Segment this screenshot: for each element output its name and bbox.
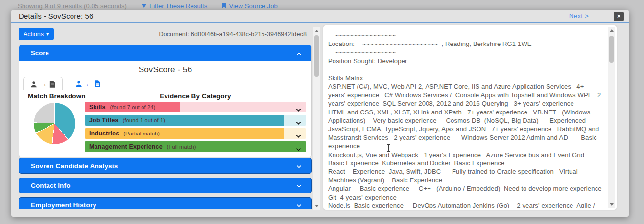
evidence-row-text: Skills(found 7 out of 24) bbox=[89, 102, 155, 112]
section-employment-history[interactable]: Employment History bbox=[19, 197, 312, 209]
left-panel-scrollbar[interactable] bbox=[313, 27, 320, 210]
evidence-category-label: Skills bbox=[89, 104, 106, 111]
filter-results-link[interactable]: Filter These Results bbox=[142, 2, 207, 10]
evidence-category-detail: (found 7 out of 24) bbox=[110, 104, 156, 110]
modal-header: Details - SovScore: 56 Next > × bbox=[11, 10, 629, 23]
section-contact-info[interactable]: Contact Info bbox=[19, 178, 312, 193]
view-source-job-label: View Source Job bbox=[229, 2, 278, 10]
next-button[interactable]: Next > bbox=[569, 12, 589, 20]
filter-results-label: Filter These Results bbox=[149, 2, 207, 10]
document-text-line: Node.js Basic experience DevOps Automati… bbox=[328, 202, 602, 208]
document-text-line: Git 4 years' experience bbox=[328, 193, 602, 202]
person-icon bbox=[75, 80, 82, 87]
tab-job-to-candidate[interactable]: ← bbox=[69, 77, 107, 90]
document-text-line: JavaScript, ECMA, TypeScript, Jquery, Aj… bbox=[328, 125, 602, 150]
person-icon bbox=[30, 81, 37, 88]
results-summary-bar: Showing 9 of 9 results (0.05 seconds) Fi… bbox=[18, 2, 278, 10]
modal-title: Details - SovScore: 56 bbox=[19, 12, 94, 20]
evidence-row-text: Industries(Partial match) bbox=[89, 128, 160, 139]
evidence-category-label: Industries bbox=[89, 130, 119, 137]
left-toolbar: Actions ▾ Document: 6d00f46b-a194-438c-b… bbox=[19, 28, 312, 40]
sovscore-title: SovScore - 56 bbox=[19, 65, 311, 75]
evidence-category-label: Job Titles bbox=[89, 117, 119, 124]
scrollbar-thumb[interactable] bbox=[609, 36, 614, 63]
chevron-down-icon[interactable] bbox=[297, 118, 300, 126]
evidence-row-text: Job Titles(found 1 out of 1) bbox=[89, 115, 165, 126]
scroll-down-icon[interactable] bbox=[610, 203, 614, 206]
bookmark-icon bbox=[222, 3, 226, 9]
document-text-line: Knockout.js, Vue and Webpack 1 year's Ex… bbox=[328, 151, 602, 168]
evidence-row-text: Management Experience(Full match) bbox=[89, 141, 196, 152]
document-text-line bbox=[328, 66, 602, 74]
scroll-up-icon[interactable] bbox=[610, 29, 614, 32]
chevron-up-icon bbox=[297, 49, 301, 57]
evidence-row-industries[interactable]: Industries(Partial match) bbox=[85, 128, 306, 139]
chevron-down-icon[interactable] bbox=[297, 144, 300, 152]
resume-document-panel: ~~~~~~~~~~~~~~~~Location: ~~~~~~~~~~~~~~… bbox=[323, 25, 617, 210]
document-text-line: React Experience Java, Swift, JDBC Fully… bbox=[328, 167, 602, 184]
document-text-line: ASP.NET (C#), MVC, Web API 2, ASP.NET Co… bbox=[328, 82, 602, 108]
section-label: Employment History bbox=[31, 202, 96, 209]
left-panel: Score SovScore - 56 → ← Match Breakdown … bbox=[19, 45, 312, 209]
evidence-category-detail: (Partial match) bbox=[123, 131, 160, 136]
resume-scrollbar[interactable] bbox=[608, 27, 615, 208]
score-tabs: → ← bbox=[23, 77, 107, 90]
scroll-up-icon[interactable] bbox=[315, 30, 319, 32]
chevron-down-icon bbox=[297, 182, 301, 189]
arrow-left-icon: ← bbox=[85, 80, 92, 88]
chevron-down-icon[interactable] bbox=[297, 131, 300, 139]
text-cursor bbox=[386, 144, 391, 152]
resume-text[interactable]: ~~~~~~~~~~~~~~~~Location: ~~~~~~~~~~~~~~… bbox=[328, 31, 602, 208]
document-text-line: Location: ~~~~~~~~~~~~~~~~~~~~ , Reading… bbox=[328, 40, 602, 48]
evidence-row-skills[interactable]: Skills(found 7 out of 24) bbox=[85, 102, 306, 112]
evidence-category-list: Skills(found 7 out of 24)Job Titles(foun… bbox=[85, 102, 306, 152]
match-breakdown-label: Match Breakdown bbox=[28, 92, 86, 100]
evidence-row-management-experience[interactable]: Management Experience(Full match) bbox=[85, 141, 306, 152]
chevron-down-icon bbox=[297, 162, 301, 170]
actions-dropdown-button[interactable]: Actions ▾ bbox=[19, 28, 54, 40]
evidence-by-category-label: Evidence By Category bbox=[85, 92, 306, 100]
section-label: Contact Info bbox=[31, 182, 71, 189]
section-sovren-candidate-analysis[interactable]: Sovren Candidate Analysis bbox=[19, 158, 312, 174]
evidence-category-detail: (found 1 out of 1) bbox=[123, 117, 165, 123]
document-text-line: Angular Basic experience C++ (Arduino / … bbox=[328, 184, 602, 193]
document-text-line: Position Sought: Developer bbox=[328, 57, 602, 65]
scrollbar-thumb[interactable] bbox=[314, 35, 319, 77]
evidence-category-detail: (Full match) bbox=[167, 144, 196, 150]
document-id-label: Document: 6d00f46b-a194-438c-b215-394694… bbox=[159, 31, 307, 38]
document-text-line: Skills Matrix bbox=[328, 74, 602, 82]
scroll-down-icon[interactable] bbox=[315, 205, 319, 207]
score-section-header[interactable]: Score bbox=[19, 45, 311, 61]
match-breakdown-pie-chart bbox=[34, 103, 75, 144]
arrow-right-icon: → bbox=[40, 80, 47, 88]
close-icon[interactable]: × bbox=[614, 12, 624, 21]
view-source-job-link[interactable]: View Source Job bbox=[222, 2, 278, 10]
results-summary-text: Showing 9 of 9 results (0.05 seconds) bbox=[18, 2, 127, 10]
document-text-line: HTML and CSS, XML, XLST, XLink and XPath… bbox=[328, 108, 602, 125]
score-header-label: Score bbox=[31, 49, 49, 57]
caret-down-icon: ▾ bbox=[46, 30, 49, 38]
details-modal: Details - SovScore: 56 Next > × Actions … bbox=[11, 10, 629, 217]
chevron-down-icon[interactable] bbox=[297, 105, 300, 112]
document-text-line: ~~~~~~~~~~~~~~~~ bbox=[328, 31, 602, 40]
actions-label: Actions bbox=[24, 31, 44, 38]
chevron-down-icon bbox=[297, 202, 301, 209]
document-icon bbox=[49, 81, 55, 88]
document-icon bbox=[95, 80, 100, 87]
evidence-row-job-titles[interactable]: Job Titles(found 1 out of 1) bbox=[85, 115, 306, 126]
score-card: Score SovScore - 56 → ← Match Breakdown … bbox=[19, 45, 312, 157]
filter-icon bbox=[142, 4, 146, 8]
section-label: Sovren Candidate Analysis bbox=[31, 162, 118, 170]
tab-candidate-to-job[interactable]: → bbox=[23, 77, 63, 90]
evidence-category-label: Management Experience bbox=[89, 143, 163, 150]
document-text-line: ~~~~~~~~~~~~~~~~ bbox=[328, 48, 602, 57]
